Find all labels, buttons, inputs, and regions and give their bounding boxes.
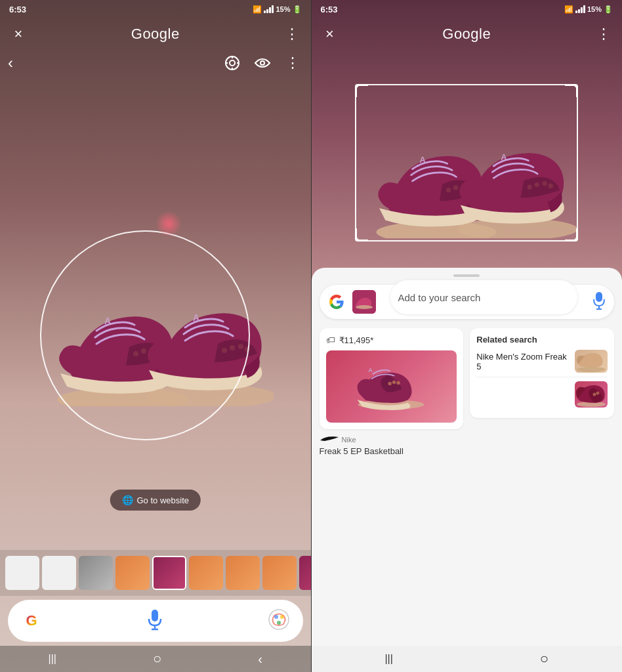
battery-icon-right: 🔋 (604, 5, 613, 14)
lens-button-left[interactable] (268, 608, 290, 633)
lens-svg-left (268, 608, 290, 631)
corner-tr (565, 84, 578, 97)
mic-button-left[interactable] (146, 608, 163, 633)
battery-left: 15% (276, 5, 290, 13)
status-icons-right: 📶 15% 🔋 (564, 5, 613, 14)
shoe-card-image: A (326, 350, 457, 423)
mic-svg-left (146, 608, 163, 631)
nike-info-section: Nike (312, 429, 623, 444)
search-shoe-thumbnail (352, 290, 376, 314)
circle-selection-overlay (40, 230, 250, 440)
bottom-search-bar-left[interactable]: G (8, 600, 303, 642)
tag-icon: 🏷 (326, 335, 335, 345)
g-icon: G (26, 612, 37, 629)
google-g-logo-right (327, 293, 346, 311)
shoe-card-svg: A (355, 360, 427, 413)
more-sub-left[interactable]: ⋮ (282, 52, 303, 74)
search-image-area-left: A A (0, 79, 311, 550)
svg-point-39 (356, 305, 373, 309)
selection-box-right (355, 84, 578, 242)
recent-apps-icon-right[interactable]: ||| (384, 653, 392, 665)
related-search-card[interactable]: Related search Nike Men's Zoom Freak 5 (470, 328, 614, 418)
back-button-left[interactable]: ‹ (8, 54, 13, 72)
google-title-right: Google (442, 26, 491, 43)
thumb-3[interactable] (115, 556, 150, 590)
panel-search-bar[interactable]: Add to your search (320, 285, 615, 319)
svg-point-44 (388, 382, 392, 386)
mic-button-right[interactable] (592, 291, 606, 312)
thumb-6[interactable] (226, 556, 260, 590)
status-bar-right: 6:53 📶 15% 🔋 (312, 0, 623, 18)
right-column: Related search Nike Men's Zoom Freak 5 (470, 328, 614, 429)
close-button-right[interactable]: × (320, 24, 341, 45)
search-image-area-right: A A (312, 58, 623, 268)
thumb-4-active[interactable] (152, 556, 186, 590)
content-grid: 🏷 ₹11,495* (312, 328, 623, 429)
product-name-section: Freak 5 EP Basketball (312, 444, 623, 462)
nav-bar-right: ||| ○ (312, 646, 623, 672)
nike-swoosh-logo (320, 434, 339, 442)
sub-bar-left: ‹ ⋮ (0, 50, 311, 79)
related-item-2-image (575, 381, 608, 408)
top-bar-right: × Google ⋮ (312, 18, 623, 50)
signal-icon (264, 5, 274, 13)
google-g-svg (329, 294, 344, 310)
battery-icon: 🔋 (293, 5, 302, 14)
recent-apps-icon-left[interactable]: ||| (49, 653, 56, 665)
svg-point-51 (596, 392, 600, 395)
corner-tl (355, 84, 368, 97)
home-icon-right[interactable]: ○ (540, 650, 549, 667)
more-menu-right[interactable]: ⋮ (593, 24, 614, 45)
home-icon-left[interactable]: ○ (153, 650, 161, 667)
thumb-8[interactable] (299, 556, 311, 590)
sub-icons-left: ⋮ (222, 52, 303, 74)
google-title-left: Google (131, 26, 180, 43)
svg-rect-40 (596, 292, 602, 302)
thumb-7[interactable] (262, 556, 297, 590)
thumb-5[interactable] (189, 556, 223, 590)
thumb-0[interactable] (5, 556, 39, 590)
add-to-search-text: Add to your search (390, 280, 578, 314)
svg-rect-19 (152, 610, 158, 621)
left-phone: 6:53 📶 15% 🔋 × Google ⋮ ‹ (0, 0, 311, 672)
nav-bar-left: ||| ○ ‹ (0, 646, 311, 672)
status-icons-left: 📶 15% 🔋 (253, 5, 301, 14)
related-item-2[interactable] (476, 381, 608, 408)
mic-svg-right (592, 291, 606, 310)
related-shoe-1-svg (575, 350, 608, 373)
divider-1 (476, 377, 608, 377)
go-to-website-button[interactable]: 🌐 Go to website (110, 490, 201, 511)
wifi-icon-right: 📶 (564, 5, 573, 14)
thumbnails-row[interactable] (0, 550, 311, 596)
svg-point-48 (577, 367, 606, 372)
svg-point-6 (260, 61, 264, 65)
eye-svg (254, 56, 271, 70)
related-item-1[interactable]: Nike Men's Zoom Freak 5 (476, 350, 608, 373)
thumb-2[interactable] (79, 556, 113, 590)
bottom-panel-right: Add to your search 🏷 ₹11,495* (312, 268, 623, 646)
svg-point-46 (397, 381, 401, 385)
related-shoe-2-svg (575, 381, 608, 408)
thumb-1[interactable] (42, 556, 76, 590)
price-card[interactable]: 🏷 ₹11,495* (320, 328, 464, 429)
time-left: 6:53 (9, 5, 26, 14)
wifi-icon: 📶 (253, 5, 262, 14)
panel-handle (453, 274, 480, 277)
nike-brand-text: Nike (342, 436, 356, 444)
google-g-logo-left: G (21, 610, 42, 631)
close-button-left[interactable]: × (8, 24, 29, 45)
top-bar-left: × Google ⋮ (0, 18, 311, 50)
status-bar-left: 6:53 📶 15% 🔋 (0, 0, 311, 18)
more-menu-left[interactable]: ⋮ (281, 24, 302, 45)
sub-bar-right (312, 50, 623, 58)
battery-right: 15% (587, 5, 602, 13)
time-right: 6:53 (321, 5, 338, 14)
price-text: ₹11,495* (339, 335, 374, 345)
nike-product-text: Freak 5 EP Basketball (320, 446, 404, 456)
pink-glow-dot (156, 211, 182, 237)
eye-icon[interactable] (252, 52, 273, 74)
back-nav-icon-left[interactable]: ‹ (258, 652, 262, 667)
right-phone: 6:53 📶 15% 🔋 × Google ⋮ (312, 0, 623, 672)
corner-br (565, 228, 578, 242)
lens-scan-icon[interactable] (222, 52, 243, 74)
